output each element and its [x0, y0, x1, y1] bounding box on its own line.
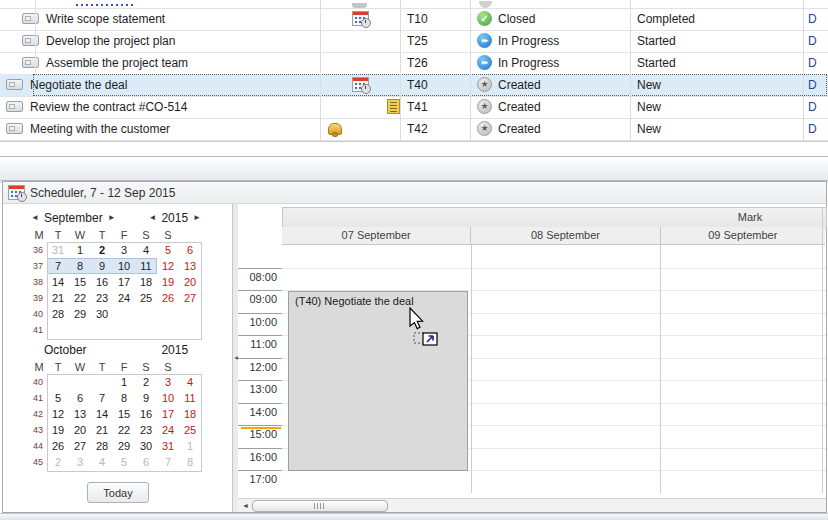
calendar-day[interactable]: 6: [135, 454, 157, 470]
calendar-day[interactable]: 10: [157, 390, 179, 406]
calendar-day[interactable]: 27: [179, 290, 201, 306]
calendar-day[interactable]: 5: [157, 242, 179, 258]
calendar-day[interactable]: 10: [113, 258, 135, 274]
calendar-day[interactable]: 18: [179, 406, 201, 422]
tree-node-icon[interactable]: [22, 35, 39, 46]
calendar-day[interactable]: 2: [135, 374, 157, 390]
table-row[interactable]: Write scope statementT10ClosedCompletedD: [0, 8, 828, 31]
calendar-day[interactable]: 25: [179, 422, 201, 438]
calendar-day[interactable]: 12: [157, 258, 179, 274]
calendar-day[interactable]: 5: [47, 390, 69, 406]
calendar-day[interactable]: 26: [47, 438, 69, 454]
calendar-day[interactable]: 3: [69, 454, 91, 470]
calendar-day[interactable]: 7: [157, 454, 179, 470]
calendar-day[interactable]: 6: [179, 242, 201, 258]
calendar-day[interactable]: 31: [47, 242, 69, 258]
calendar-day[interactable]: 24: [157, 422, 179, 438]
calendar-day[interactable]: 8: [69, 258, 91, 274]
calendar-day[interactable]: 21: [91, 422, 113, 438]
today-button[interactable]: Today: [87, 482, 149, 503]
calendar-day[interactable]: 29: [69, 306, 91, 322]
calendar-day[interactable]: 9: [135, 390, 157, 406]
details-link[interactable]: D: [803, 8, 828, 29]
calendar-day[interactable]: 30: [135, 438, 157, 454]
calendar-day[interactable]: 3: [113, 242, 135, 258]
calendar-day[interactable]: 17: [157, 406, 179, 422]
details-link[interactable]: D: [803, 30, 828, 51]
calendar-day[interactable]: 4: [135, 242, 157, 258]
week-number[interactable]: 37: [31, 258, 47, 274]
prev-year-icon[interactable]: ◄: [148, 214, 156, 222]
calendar-day[interactable]: 13: [179, 258, 201, 274]
tree-node-icon[interactable]: [6, 79, 23, 90]
calendar-day[interactable]: 16: [135, 406, 157, 422]
calendar-day[interactable]: 22: [69, 290, 91, 306]
table-row[interactable]: Assemble the project teamT26In ProgressS…: [0, 52, 828, 75]
calendar-day[interactable]: 14: [91, 406, 113, 422]
week-number[interactable]: 38: [31, 274, 47, 290]
calendar-day[interactable]: 23: [135, 422, 157, 438]
calendar-day[interactable]: 7: [91, 390, 113, 406]
calendar-day[interactable]: 19: [47, 422, 69, 438]
calendar-day[interactable]: 31: [157, 438, 179, 454]
calendar-day[interactable]: 4: [91, 454, 113, 470]
horizontal-splitter[interactable]: [0, 156, 828, 181]
tree-node-icon[interactable]: [22, 57, 39, 68]
table-row[interactable]: Review the contract #CO-514T41CreatedNew…: [0, 96, 828, 119]
calendar-day[interactable]: 23: [91, 290, 113, 306]
day-header[interactable]: 07 September: [282, 227, 470, 245]
appointment[interactable]: (T40) Negotiate the deal: [288, 291, 468, 471]
details-link[interactable]: D: [803, 118, 828, 139]
calendar-day[interactable]: 20: [69, 422, 91, 438]
calendar-day[interactable]: 28: [91, 438, 113, 454]
calendar-day[interactable]: 11: [135, 258, 157, 274]
week-number[interactable]: 40: [31, 374, 47, 390]
calendar-day[interactable]: 18: [135, 274, 157, 290]
calendar-day[interactable]: 8: [113, 390, 135, 406]
calendar-day[interactable]: 7: [47, 258, 69, 274]
horizontal-scrollbar[interactable]: ◄: [238, 498, 826, 512]
table-row[interactable]: Negotiate the dealT40CreatedNewD: [0, 74, 828, 97]
week-number[interactable]: 43: [31, 422, 47, 438]
table-row[interactable]: Meeting with the customerT42CreatedNewD: [0, 118, 828, 141]
calendar-day[interactable]: 4: [179, 374, 201, 390]
calendar-day[interactable]: 12: [47, 406, 69, 422]
day-header[interactable]: 08 September: [470, 227, 659, 245]
week-number[interactable]: 36: [31, 242, 47, 258]
calendar-day[interactable]: 19: [157, 274, 179, 290]
calendar-day[interactable]: 3: [157, 374, 179, 390]
tree-node-icon[interactable]: [6, 101, 23, 112]
calendar-day[interactable]: 21: [47, 290, 69, 306]
scrollbar-thumb[interactable]: [252, 500, 388, 512]
prev-month-icon[interactable]: ◄: [31, 214, 39, 222]
calendar-day[interactable]: 24: [113, 290, 135, 306]
week-number[interactable]: 42: [31, 406, 47, 422]
week-number[interactable]: 44: [31, 438, 47, 454]
calendar-day[interactable]: 1: [113, 374, 135, 390]
table-row[interactable]: Develop the project planT25In ProgressSt…: [0, 30, 828, 53]
calendar-day[interactable]: 27: [69, 438, 91, 454]
calendar-day[interactable]: 15: [113, 406, 135, 422]
calendar-day[interactable]: 6: [69, 390, 91, 406]
calendar-day[interactable]: 16: [91, 274, 113, 290]
calendar-day[interactable]: 15: [69, 274, 91, 290]
week-number[interactable]: 39: [31, 290, 47, 306]
day-columns[interactable]: (T40) Negotiate the deal: [282, 245, 826, 493]
details-link[interactable]: D: [803, 74, 828, 95]
calendar-day[interactable]: 9: [91, 258, 113, 274]
calendar-day[interactable]: 1: [69, 242, 91, 258]
week-number[interactable]: 45: [31, 454, 47, 470]
calendar-day[interactable]: 1: [179, 438, 201, 454]
scroll-left-arrow-icon[interactable]: ◄: [240, 501, 251, 510]
calendar-day[interactable]: 11: [179, 390, 201, 406]
details-link[interactable]: D: [803, 52, 828, 73]
details-link[interactable]: D: [803, 96, 828, 117]
calendar-day[interactable]: 17: [113, 274, 135, 290]
tree-node-icon[interactable]: [6, 123, 23, 134]
calendar-day[interactable]: 14: [47, 274, 69, 290]
next-month-icon[interactable]: ►: [108, 214, 116, 222]
calendar-day[interactable]: 26: [157, 290, 179, 306]
week-number[interactable]: 40: [31, 306, 47, 322]
tree-node-icon[interactable]: [22, 13, 39, 24]
next-year-icon[interactable]: ►: [193, 214, 201, 222]
